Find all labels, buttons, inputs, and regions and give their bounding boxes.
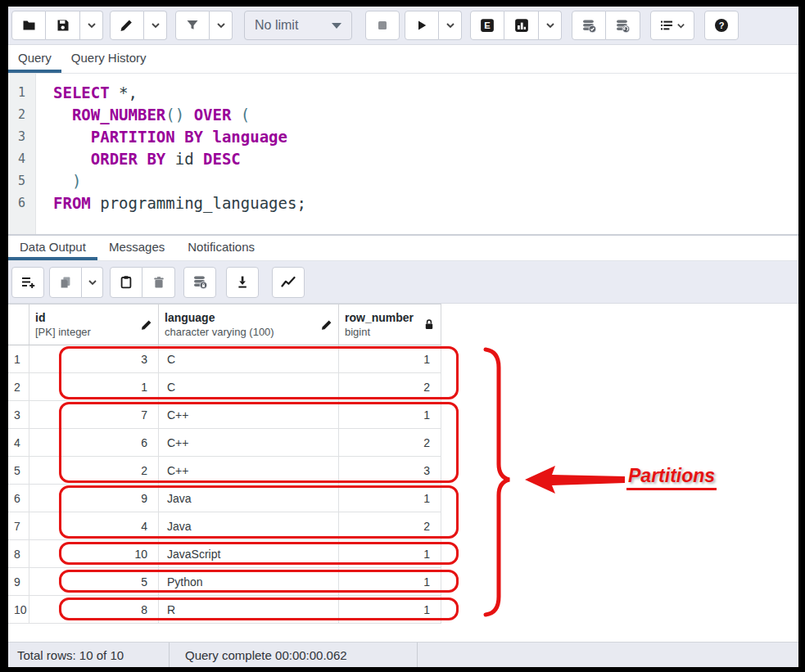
tab-query-history[interactable]: Query History [61, 45, 156, 73]
open-file-button[interactable] [11, 11, 46, 40]
tab-data-output-label: Data Output [20, 240, 86, 254]
add-row-icon [21, 275, 35, 289]
row-selector[interactable]: 4 [8, 429, 29, 457]
copy-button[interactable] [49, 267, 82, 298]
delete-row-button[interactable] [142, 267, 175, 298]
cell-id[interactable]: 5 [29, 568, 159, 596]
filter-menu-button[interactable] [210, 11, 233, 40]
cell-language[interactable]: C++ [159, 429, 339, 457]
cell-row-number[interactable]: 2 [339, 512, 441, 540]
chevron-down-icon [88, 277, 97, 287]
tab-notifications[interactable]: Notifications [176, 236, 266, 260]
column-header-language[interactable]: language character varying (100) [159, 304, 339, 345]
cell-id[interactable]: 1 [29, 373, 159, 401]
row-selector[interactable]: 1 [8, 345, 29, 373]
help-icon: ? [714, 18, 729, 33]
cell-language[interactable]: JavaScript [159, 540, 339, 568]
cell-row-number[interactable]: 2 [339, 373, 441, 401]
cell-id[interactable]: 10 [29, 540, 159, 568]
row-selector[interactable]: 3 [8, 401, 29, 429]
column-header-id[interactable]: id [PK] integer [29, 304, 159, 345]
query-complete-status: Query complete 00:00:00.062 [170, 643, 418, 667]
cell-id[interactable]: 3 [29, 345, 159, 373]
macros-button[interactable] [650, 11, 694, 40]
code-line[interactable]: FROM programming_languages; [53, 192, 306, 214]
cell-id[interactable]: 7 [29, 401, 159, 429]
cell-language[interactable]: Java [159, 485, 339, 512]
rollback-icon [616, 19, 630, 33]
help-button[interactable]: ? [704, 11, 739, 40]
row-selector[interactable]: 10 [8, 596, 29, 624]
cell-id[interactable]: 6 [29, 429, 159, 457]
edit-menu-button[interactable] [144, 11, 167, 40]
statusbar: Total rows: 10 of 10 Query complete 00:0… [8, 642, 798, 667]
cell-language[interactable]: R [159, 596, 339, 624]
commit-button[interactable] [572, 11, 606, 40]
graph-visualiser-button[interactable] [272, 267, 305, 298]
grid-body: 13C121C237C++146C++252C++369Java174Java2… [8, 345, 441, 624]
row-selector[interactable]: 2 [8, 373, 29, 401]
edit-button[interactable] [110, 11, 144, 40]
row-selector[interactable]: 7 [8, 512, 29, 540]
stop-button[interactable] [365, 11, 400, 40]
explain-analyze-button[interactable] [504, 11, 539, 40]
code-line[interactable]: ROW_NUMBER() OVER ( [53, 104, 306, 126]
cell-row-number[interactable]: 2 [339, 429, 441, 457]
table-row: 52C++3 [8, 457, 441, 485]
execute-button[interactable] [405, 11, 439, 40]
cell-language[interactable]: Python [159, 568, 339, 596]
row-selector[interactable]: 8 [8, 540, 29, 568]
tab-messages[interactable]: Messages [97, 236, 176, 260]
svg-text:E: E [484, 20, 491, 30]
cell-row-number[interactable]: 1 [339, 540, 441, 568]
cell-language[interactable]: C++ [159, 401, 339, 429]
sql-editor[interactable]: 123456 SELECT *, ROW_NUMBER() OVER ( PAR… [8, 74, 798, 234]
cell-row-number[interactable]: 1 [339, 596, 441, 624]
select-all-corner[interactable] [8, 304, 29, 345]
code-line[interactable]: ORDER BY id DESC [53, 148, 306, 170]
cell-language[interactable]: C++ [159, 457, 339, 485]
cell-row-number[interactable]: 1 [339, 485, 441, 512]
cell-language[interactable]: C [159, 373, 339, 401]
cell-id[interactable]: 9 [29, 485, 159, 512]
chevron-down-icon [151, 20, 161, 30]
tab-query[interactable]: Query [8, 45, 61, 73]
cell-row-number[interactable]: 3 [339, 457, 441, 485]
filter-button[interactable] [175, 11, 210, 40]
code-line[interactable]: PARTITION BY language [53, 126, 306, 148]
download-button[interactable] [226, 267, 259, 298]
column-header-row-number[interactable]: row_number bigint [339, 304, 441, 345]
cell-language[interactable]: Java [159, 512, 339, 540]
cell-id[interactable]: 4 [29, 512, 159, 540]
save-button[interactable] [46, 11, 80, 40]
cell-id[interactable]: 2 [29, 457, 159, 485]
total-rows-status: Total rows: 10 of 10 [8, 643, 170, 667]
row-selector[interactable]: 9 [8, 568, 29, 596]
editor-code[interactable]: SELECT *, ROW_NUMBER() OVER ( PARTITION … [36, 74, 306, 234]
paste-button[interactable] [110, 267, 142, 298]
cell-row-number[interactable]: 1 [339, 568, 441, 596]
execute-menu-button[interactable] [439, 11, 462, 40]
cell-row-number[interactable]: 1 [339, 401, 441, 429]
cell-id[interactable]: 8 [29, 596, 159, 624]
line-number: 6 [8, 192, 35, 214]
code-line[interactable]: SELECT *, [53, 82, 306, 104]
query-tabbar: Query Query History [8, 45, 798, 74]
save-menu-button[interactable] [80, 11, 103, 40]
save-data-button[interactable] [183, 267, 216, 298]
explain-analyze-icon [514, 18, 529, 33]
cell-language[interactable]: C [159, 345, 339, 373]
code-line[interactable]: ) [53, 170, 306, 192]
commit-icon [582, 19, 596, 33]
row-selector[interactable]: 5 [8, 457, 29, 485]
row-limit-select[interactable]: No limit [244, 11, 352, 40]
stop-icon [376, 19, 389, 32]
copy-menu-button[interactable] [82, 267, 103, 298]
tab-data-output[interactable]: Data Output [8, 236, 97, 260]
explain-menu-button[interactable] [539, 11, 562, 40]
add-row-button[interactable] [11, 267, 44, 298]
cell-row-number[interactable]: 1 [339, 345, 441, 373]
rollback-button[interactable] [606, 11, 640, 40]
explain-button[interactable]: E [470, 11, 504, 40]
row-selector[interactable]: 6 [8, 485, 29, 512]
